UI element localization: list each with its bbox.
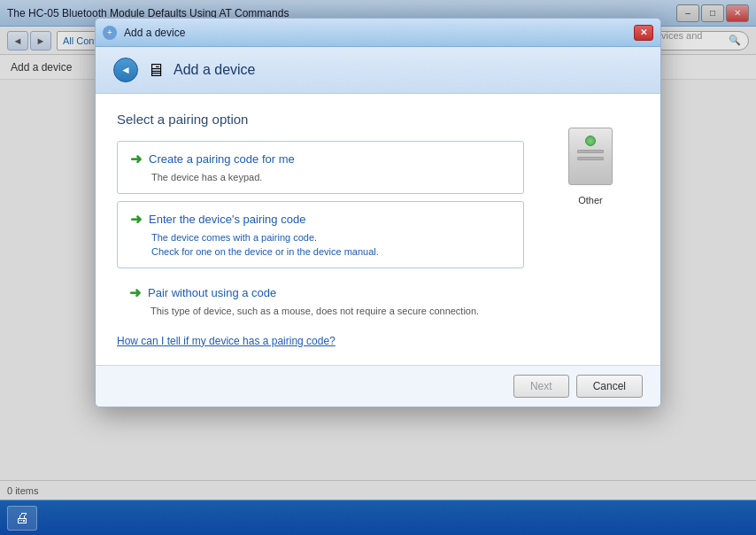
dialog-options: Select a pairing option ➜ Create a pairi… bbox=[117, 112, 524, 347]
taskbar-printer-item[interactable]: 🖨 bbox=[7, 506, 37, 531]
back-arrow-icon: ◄ bbox=[120, 64, 131, 76]
cancel-button[interactable]: Cancel bbox=[576, 375, 643, 398]
dialog-back-button[interactable]: ◄ bbox=[113, 58, 138, 82]
option2-title: Enter the device's pairing code bbox=[149, 213, 305, 226]
device-type-label: Other bbox=[578, 195, 603, 205]
select-pairing-label: Select a pairing option bbox=[117, 112, 524, 127]
add-device-header-icon: 🖥 bbox=[147, 60, 165, 81]
option3-title-row: ➜ Pair without using a code bbox=[129, 284, 512, 301]
option1-title: Create a pairing code for me bbox=[149, 152, 295, 166]
dialog-body: Select a pairing option ➜ Create a pairi… bbox=[96, 94, 660, 365]
add-icon: + bbox=[107, 27, 112, 37]
option-enter-pairing-code[interactable]: ➜ Enter the device's pairing code The de… bbox=[117, 201, 524, 268]
device-power-led bbox=[585, 136, 596, 146]
taskbar: 🖨 bbox=[0, 500, 756, 535]
device-tower-shape bbox=[568, 128, 613, 185]
option2-desc-line1: The device comes with a pairing code. bbox=[151, 231, 511, 244]
device-preview: Other bbox=[542, 112, 639, 347]
dialog-footer: Next Cancel bbox=[96, 365, 660, 407]
dialog-title-text: Add a device bbox=[124, 27, 627, 39]
dialog-close-button[interactable]: ✕ bbox=[634, 25, 653, 41]
option3-title: Pair without using a code bbox=[148, 286, 276, 299]
option2-title-row: ➜ Enter the device's pairing code bbox=[130, 211, 511, 228]
dialog-title-bar: + Add a device ✕ bbox=[96, 19, 660, 47]
desktop: The HC-05 Bluetooth Module Defaults Usin… bbox=[0, 0, 756, 535]
option-create-pairing-code[interactable]: ➜ Create a pairing code for me The devic… bbox=[117, 141, 524, 194]
option-pair-without-code[interactable]: ➜ Pair without using a code This type of… bbox=[117, 275, 524, 327]
option2-arrow-icon: ➜ bbox=[130, 211, 142, 228]
device-slot-2 bbox=[577, 157, 604, 160]
option1-arrow-icon: ➜ bbox=[130, 151, 142, 167]
printer-icon: 🖨 bbox=[15, 510, 29, 526]
dialog-title-icon: + bbox=[103, 26, 117, 40]
option3-description: This type of device, such as a mouse, do… bbox=[150, 305, 512, 318]
dialog-overlay: + Add a device ✕ ◄ 🖥 Add a device Select… bbox=[0, 0, 756, 500]
add-device-dialog: + Add a device ✕ ◄ 🖥 Add a device Select… bbox=[95, 18, 661, 407]
option1-title-row: ➜ Create a pairing code for me bbox=[130, 151, 511, 167]
option3-arrow-icon: ➜ bbox=[129, 284, 141, 301]
device-slot-1 bbox=[577, 150, 604, 153]
dialog-heading: Add a device bbox=[174, 62, 256, 78]
next-button[interactable]: Next bbox=[513, 375, 569, 398]
option2-desc-line2: Check for one on the device or in the de… bbox=[151, 245, 511, 259]
dialog-header: ◄ 🖥 Add a device bbox=[96, 47, 660, 94]
device-image bbox=[555, 120, 626, 191]
option1-description: The device has a keypad. bbox=[151, 171, 511, 184]
help-link[interactable]: How can I tell if my device has a pairin… bbox=[117, 335, 524, 347]
